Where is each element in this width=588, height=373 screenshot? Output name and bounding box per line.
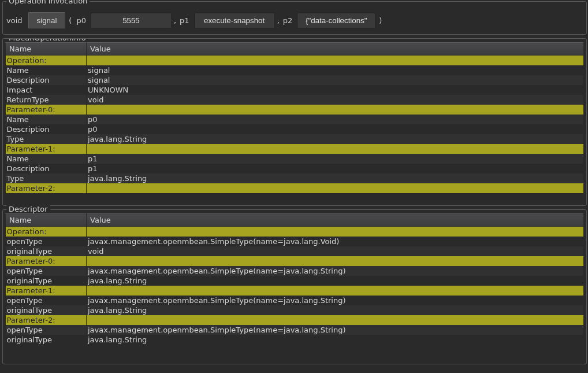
cell-value: p1 — [87, 164, 584, 173]
panel-legend: Operation invocation — [6, 0, 90, 5]
table-row[interactable]: Descriptionsignal — [6, 75, 584, 85]
table-row[interactable]: Namep0 — [6, 115, 584, 124]
table-row[interactable]: originalTypejava.lang.String — [6, 305, 584, 315]
operation-invocation-panel: Operation invocation void signal ( p0 , … — [2, 1, 587, 35]
cell-value: p0 — [87, 115, 584, 124]
cell-name: Operation: — [6, 56, 87, 66]
table-row[interactable]: Descriptionp1 — [6, 164, 584, 173]
section-row[interactable]: Parameter-1: — [6, 144, 584, 154]
table-header-row: Name Value — [6, 214, 584, 227]
cell-value — [87, 256, 584, 266]
cell-value: p0 — [87, 124, 584, 134]
column-header-value[interactable]: Value — [87, 43, 584, 56]
cell-value — [87, 105, 584, 115]
cell-name: openType — [6, 325, 87, 335]
param-input-p0[interactable] — [91, 13, 172, 28]
cell-name: originalType — [6, 246, 87, 256]
cell-value — [87, 227, 584, 237]
section-row[interactable]: Parameter-2: — [6, 315, 584, 325]
cell-value: p1 — [87, 154, 584, 164]
cell-value: javax.management.openmbean.SimpleType(na… — [87, 266, 584, 276]
cell-value — [87, 286, 584, 296]
table-row[interactable]: openTypejavax.management.openmbean.Simpl… — [6, 325, 584, 335]
param-input-p1[interactable] — [194, 13, 275, 28]
section-row[interactable]: Parameter-0: — [6, 256, 584, 266]
table-row[interactable]: Namesignal — [6, 65, 584, 75]
cell-value — [87, 183, 584, 193]
cell-name: Parameter-1: — [6, 144, 87, 154]
cell-name: Name — [6, 115, 87, 124]
descriptor-panel: Descriptor Name Value Operation:openType… — [2, 209, 587, 364]
cell-name: openType — [6, 237, 87, 246]
cell-name: Parameter-0: — [6, 256, 87, 266]
table-row[interactable]: openTypejavax.management.openmbean.Simpl… — [6, 266, 584, 276]
invocation-row: void signal ( p0 , p1 , p2 ) — [5, 5, 584, 32]
cell-value — [87, 144, 584, 154]
param-input-p2[interactable] — [297, 13, 375, 28]
section-row[interactable]: Parameter-1: — [6, 286, 584, 296]
param-label-p0: p0 — [75, 16, 88, 25]
cell-value — [87, 56, 584, 66]
table-row[interactable]: ImpactUNKNOWN — [6, 85, 584, 95]
cell-name: Parameter-2: — [6, 183, 87, 193]
section-row[interactable]: Operation: — [6, 227, 584, 237]
cell-value: void — [87, 246, 584, 256]
param-label-p2: p2 — [282, 16, 295, 25]
cell-value: java.lang.String — [87, 305, 584, 315]
cell-name: Parameter-0: — [6, 105, 87, 115]
panel-legend: MBeanOperationInfo — [6, 38, 88, 42]
section-row[interactable]: Parameter-2: — [6, 183, 584, 193]
table-row[interactable]: originalTypejava.lang.String — [6, 276, 584, 286]
column-header-name[interactable]: Name — [6, 43, 87, 56]
separator: , — [174, 16, 176, 25]
table-row[interactable]: Namep1 — [6, 154, 584, 164]
invoke-button[interactable]: signal — [28, 12, 66, 29]
cell-name: Parameter-2: — [6, 315, 87, 325]
cell-value: signal — [87, 75, 584, 85]
cell-value: void — [87, 95, 584, 105]
cell-value — [87, 315, 584, 325]
cell-name: openType — [6, 296, 87, 305]
table-row[interactable]: Typejava.lang.String — [6, 134, 584, 144]
close-paren: ) — [378, 16, 383, 25]
table-row[interactable]: openTypejavax.management.openmbean.Simpl… — [6, 237, 584, 246]
cell-name: Name — [6, 65, 87, 75]
column-header-name[interactable]: Name — [6, 214, 87, 227]
cell-value: javax.management.openmbean.SimpleType(na… — [87, 325, 584, 335]
cell-name: openType — [6, 266, 87, 276]
cell-value: UNKNOWN — [87, 85, 584, 95]
table-row[interactable]: Descriptionp0 — [6, 124, 584, 134]
cell-name: originalType — [6, 305, 87, 315]
section-row[interactable]: Operation: — [6, 56, 584, 66]
cell-name: Description — [6, 124, 87, 134]
cell-name: Type — [6, 173, 87, 183]
cell-name: originalType — [6, 276, 87, 286]
cell-value: java.lang.String — [87, 276, 584, 286]
open-paren: ( — [68, 16, 73, 25]
table-row[interactable]: Typejava.lang.String — [6, 173, 584, 183]
cell-value: java.lang.String — [87, 335, 584, 345]
cell-name: Description — [6, 164, 87, 173]
cell-name: Operation: — [6, 227, 87, 237]
cell-name: Type — [6, 134, 87, 144]
mbean-operation-info-panel: MBeanOperationInfo Name Value Operation:… — [2, 38, 587, 206]
section-row[interactable]: Parameter-0: — [6, 105, 584, 115]
cell-name: Description — [6, 75, 87, 85]
table-row[interactable]: originalTypevoid — [6, 246, 584, 256]
cell-value: javax.management.openmbean.SimpleType(na… — [87, 296, 584, 305]
cell-name: Name — [6, 154, 87, 164]
table-header-row: Name Value — [6, 43, 584, 56]
cell-value: javax.management.openmbean.SimpleType(na… — [87, 237, 584, 246]
mbean-table: Name Value Operation:NamesignalDescripti… — [5, 42, 584, 193]
separator: , — [277, 16, 280, 25]
return-type: void — [5, 16, 26, 25]
cell-value: signal — [87, 65, 584, 75]
cell-name: Parameter-1: — [6, 286, 87, 296]
cell-name: ReturnType — [6, 95, 87, 105]
column-header-value[interactable]: Value — [87, 214, 584, 227]
descriptor-table: Name Value Operation:openTypejavax.manag… — [5, 213, 584, 345]
cell-name: Impact — [6, 85, 87, 95]
table-row[interactable]: originalTypejava.lang.String — [6, 335, 584, 345]
table-row[interactable]: openTypejavax.management.openmbean.Simpl… — [6, 296, 584, 305]
table-row[interactable]: ReturnTypevoid — [6, 95, 584, 105]
